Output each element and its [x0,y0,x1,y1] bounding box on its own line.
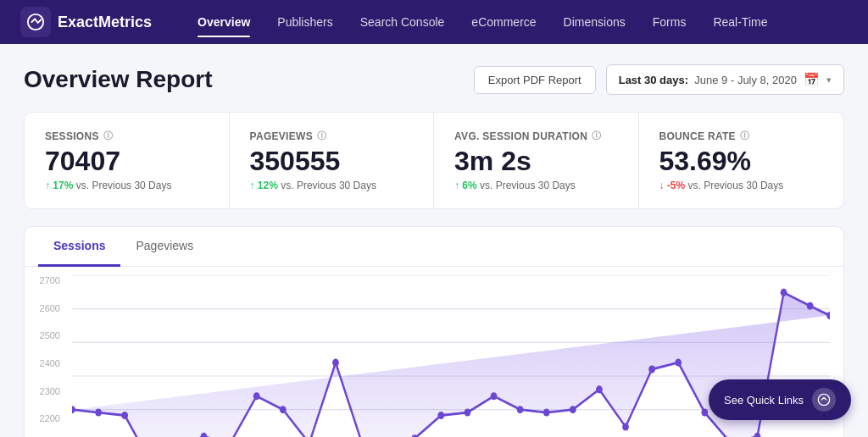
svg-point-36 [807,302,814,310]
pageviews-change-label: vs. Previous 30 Days [281,180,376,191]
nav-publishers[interactable]: Publishers [265,10,344,34]
chart-tab-pageviews[interactable]: Pageviews [120,227,209,267]
svg-point-27 [570,406,576,413]
chevron-down-icon: ▾ [826,75,832,86]
logo-icon [20,7,51,37]
stat-bounce-rate-value: 53.69% [659,147,824,174]
svg-point-22 [437,412,444,419]
nav-realtime[interactable]: Real-Time [701,10,779,34]
nav-dimensions[interactable]: Dimensions [552,10,637,34]
y-label-2300: 2300 [40,386,60,396]
stat-pageviews-value: 350555 [250,147,414,174]
y-label-2700: 2700 [40,275,60,285]
svg-point-9 [95,409,102,417]
svg-point-16 [280,406,287,413]
quick-links-icon [812,388,836,412]
pageviews-change-pct: 12% [258,180,278,191]
stat-bounce-rate-label: Bounce Rate ⓘ [659,130,824,142]
avg-duration-change-label: vs. Previous 30 Days [480,180,576,191]
bounce-rate-change-label: vs. Previous 30 Days [688,180,784,191]
chart-tab-sessions[interactable]: Sessions [38,227,120,267]
svg-point-10 [121,412,128,419]
stat-bounce-rate: Bounce Rate ⓘ 53.69% -5% vs. Previous 30… [639,113,844,208]
svg-point-29 [622,423,629,431]
pageviews-change-arrow [250,180,255,191]
stats-grid: Sessions ⓘ 70407 17% vs. Previous 30 Day… [24,112,844,209]
svg-point-15 [253,392,260,400]
nav-search-console[interactable]: Search Console [348,10,457,34]
stat-bounce-rate-change: -5% vs. Previous 30 Days [659,180,824,191]
y-label-2500: 2500 [40,330,60,340]
header-actions: Export PDF Report Last 30 days: June 9 -… [474,64,844,95]
avg-duration-change-arrow [454,180,459,191]
svg-point-24 [491,392,498,400]
nav-overview[interactable]: Overview [186,10,262,34]
y-axis-labels: 2700 2600 2500 2400 2300 2200 2100 [25,275,67,437]
stat-pageviews-change: 12% vs. Previous 30 Days [250,180,414,191]
svg-point-37 [826,312,830,319]
svg-point-18 [332,359,339,367]
quick-links-button[interactable]: See Quick Links [709,379,851,420]
date-range-label: Last 30 days: June 9 - July 8, 2020 [619,74,797,86]
quick-links-label: See Quick Links [724,394,804,407]
svg-point-31 [675,359,682,367]
stat-sessions-change: 17% vs. Previous 30 Days [45,180,209,191]
svg-point-30 [648,366,655,373]
date-range-value: June 9 - July 8, 2020 [694,74,797,86]
navbar: ExactMetrics Overview Publishers Search … [0,0,868,44]
svg-point-35 [781,289,787,296]
nav-ecommerce[interactable]: eCommerce [459,10,548,34]
stat-avg-duration-label: Avg. Session Duration ⓘ [454,130,618,142]
calendar-icon: 📅 [804,72,820,87]
main-content: Overview Report Export PDF Report Last 3… [0,44,868,437]
avg-duration-change-pct: 6% [462,180,476,191]
svg-point-38 [818,394,829,405]
stat-avg-duration: Avg. Session Duration ⓘ 3m 2s 6% vs. Pre… [434,113,639,208]
date-range-prefix: Last 30 days: [619,74,688,86]
nav-links: Overview Publishers Search Console eComm… [186,10,779,34]
stat-bounce-rate-info-icon[interactable]: ⓘ [740,130,749,142]
bounce-rate-change-arrow [659,180,665,191]
nav-forms[interactable]: Forms [641,10,698,34]
chart-tabs: Sessions Pageviews [25,227,843,267]
y-label-2200: 2200 [40,413,60,423]
svg-point-28 [596,385,603,393]
stat-sessions-info-icon[interactable]: ⓘ [103,130,113,142]
svg-point-0 [28,14,43,30]
y-label-2400: 2400 [40,358,60,368]
stat-avg-duration-change: 6% vs. Previous 30 Days [454,180,618,191]
svg-point-32 [701,409,708,417]
export-pdf-button[interactable]: Export PDF Report [474,66,596,94]
stat-pageviews-info-icon[interactable]: ⓘ [317,130,326,142]
svg-point-25 [517,406,524,413]
svg-point-26 [543,409,550,417]
stat-pageviews-label: Pageviews ⓘ [250,130,414,142]
sessions-change-arrow [45,180,50,191]
stat-sessions-value: 70407 [45,147,209,174]
svg-point-23 [465,409,471,417]
brand-logo[interactable]: ExactMetrics [20,7,152,37]
y-label-2600: 2600 [40,303,60,313]
brand-name: ExactMetrics [58,14,152,31]
sessions-change-pct: 17% [53,180,73,191]
stat-sessions: Sessions ⓘ 70407 17% vs. Previous 30 Day… [25,113,230,208]
page-title: Overview Report [24,66,213,93]
stat-pageviews: Pageviews ⓘ 350555 12% vs. Previous 30 D… [230,113,435,208]
bounce-rate-change-pct: -5% [667,180,685,191]
sessions-change-label: vs. Previous 30 Days [76,180,172,191]
date-range-button[interactable]: Last 30 days: June 9 - July 8, 2020 📅 ▾ [606,64,844,95]
report-header: Overview Report Export PDF Report Last 3… [24,64,844,95]
stat-sessions-label: Sessions ⓘ [45,130,209,142]
svg-point-8 [72,406,75,413]
stat-avg-duration-value: 3m 2s [454,147,618,174]
stat-avg-duration-info-icon[interactable]: ⓘ [592,130,601,142]
